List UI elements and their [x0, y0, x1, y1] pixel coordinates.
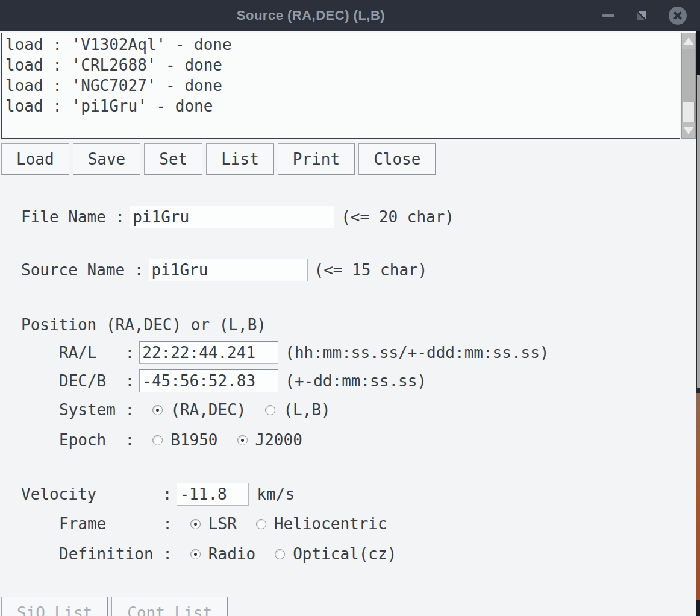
radio-icon[interactable] — [237, 435, 248, 445]
frame-lsr-label: LSR — [208, 515, 237, 533]
system-radec-label: (RA,DEC) — [170, 401, 246, 419]
radio-icon[interactable] — [152, 405, 163, 415]
dec-input[interactable] — [139, 369, 278, 392]
ra-format-hint: (hh:mm:ss.ss/+-ddd:mm:ss.ss) — [285, 344, 549, 362]
radio-icon[interactable] — [256, 519, 266, 529]
dec-format-hint: (+-dd:mm:ss.ss) — [285, 372, 427, 390]
definition-row: Definition : Radio Optical(cz) — [59, 545, 696, 563]
close-button[interactable]: Close — [358, 143, 436, 175]
frame-heliocentric-label: Heliocentric — [274, 515, 387, 533]
system-row: System : (RA,DEC) (L,B) — [59, 401, 696, 419]
dec-label: DEC/B : — [59, 372, 134, 390]
log-scrollbar[interactable] — [681, 33, 696, 139]
definition-optical-label: Optical(cz) — [293, 545, 396, 563]
ra-input[interactable] — [139, 341, 278, 364]
list-button[interactable]: List — [206, 143, 274, 175]
ra-label: RA/L : — [59, 344, 134, 362]
background-window-sliver — [696, 31, 700, 616]
load-button[interactable]: Load — [1, 143, 69, 175]
scrollbar-thumb[interactable] — [683, 102, 695, 124]
epoch-row: Epoch : B1950 J2000 — [59, 431, 696, 449]
log-line: load : 'V1302Aql' - done — [5, 34, 680, 55]
frame-heliocentric-option[interactable]: Heliocentric — [256, 515, 387, 533]
definition-radio-option[interactable]: Radio — [190, 545, 255, 563]
log-line: load : 'NGC7027' - done — [5, 75, 680, 96]
radio-icon[interactable] — [190, 549, 201, 559]
definition-optical-option[interactable]: Optical(cz) — [275, 545, 396, 563]
source-dialog-window: Source (RA,DEC) (L,B) load : 'V1302Aql' … — [0, 0, 700, 616]
save-button[interactable]: Save — [73, 143, 141, 175]
system-lb-label: (L,B) — [283, 401, 330, 419]
radio-icon[interactable] — [190, 519, 201, 529]
radio-icon[interactable] — [152, 435, 163, 445]
source-name-label: Source Name : — [21, 261, 144, 279]
radio-icon[interactable] — [265, 405, 275, 415]
file-name-row: File Name : (<= 20 char) — [21, 206, 696, 228]
file-name-hint: (<= 20 char) — [341, 208, 454, 226]
toolbar: Load Save Set List Print Close — [1, 143, 696, 175]
dec-row: DEC/B : (+-dd:mm:ss.ss) — [59, 369, 696, 392]
system-radec-option[interactable]: (RA,DEC) — [152, 401, 246, 419]
frame-row: Frame : LSR Heliocentric — [59, 515, 696, 533]
ra-row: RA/L : (hh:mm:ss.ss/+-ddd:mm:ss.ss) — [59, 341, 696, 364]
velocity-row: Velocity : km/s — [21, 483, 696, 506]
velocity-unit: km/s — [257, 485, 295, 503]
epoch-label: Epoch : — [59, 431, 134, 449]
titlebar[interactable]: Source (RA,DEC) (L,B) — [0, 0, 700, 31]
minimize-icon[interactable] — [602, 14, 614, 17]
velocity-label: Velocity : — [21, 485, 172, 503]
set-button[interactable]: Set — [144, 143, 202, 175]
position-section-header: Position (RA,DEC) or (L,B) — [21, 316, 696, 334]
frame-label: Frame : — [59, 515, 172, 533]
radio-icon[interactable] — [275, 549, 285, 559]
log-output[interactable]: load : 'V1302Aql' - done load : 'CRL2688… — [1, 33, 680, 139]
dialog-body: load : 'V1302Aql' - done load : 'CRL2688… — [0, 31, 696, 616]
epoch-b1950-option[interactable]: B1950 — [152, 431, 217, 449]
definition-label: Definition : — [59, 545, 172, 563]
log-line: load : 'pi1Gru' - done — [5, 96, 680, 116]
sio-list-button[interactable]: SiO List — [1, 597, 108, 616]
cont-list-button[interactable]: Cont List — [111, 597, 228, 616]
frame-lsr-option[interactable]: LSR — [190, 515, 237, 533]
window-controls — [602, 0, 687, 31]
definition-radio-label: Radio — [208, 545, 255, 563]
close-icon[interactable] — [669, 7, 687, 25]
source-name-row: Source Name : (<= 15 char) — [21, 259, 696, 281]
source-name-input[interactable] — [149, 259, 308, 281]
system-lb-option[interactable]: (L,B) — [265, 401, 330, 419]
restore-icon[interactable] — [637, 11, 646, 20]
system-label: System : — [59, 401, 134, 419]
print-button[interactable]: Print — [278, 143, 355, 175]
file-name-label: File Name : — [21, 208, 125, 226]
epoch-b1950-label: B1950 — [170, 431, 217, 449]
window-title: Source (RA,DEC) (L,B) — [237, 8, 385, 24]
file-name-input[interactable] — [130, 206, 334, 228]
log-line: load : 'CRL2688' - done — [5, 55, 680, 75]
epoch-j2000-label: J2000 — [255, 431, 302, 449]
footer: SiO List Cont List — [1, 597, 696, 616]
scroll-up-arrow-icon[interactable] — [682, 33, 695, 49]
scroll-down-arrow-icon[interactable] — [682, 122, 695, 138]
source-name-hint: (<= 15 char) — [314, 261, 428, 279]
epoch-j2000-option[interactable]: J2000 — [237, 431, 302, 449]
velocity-input[interactable] — [177, 483, 249, 506]
